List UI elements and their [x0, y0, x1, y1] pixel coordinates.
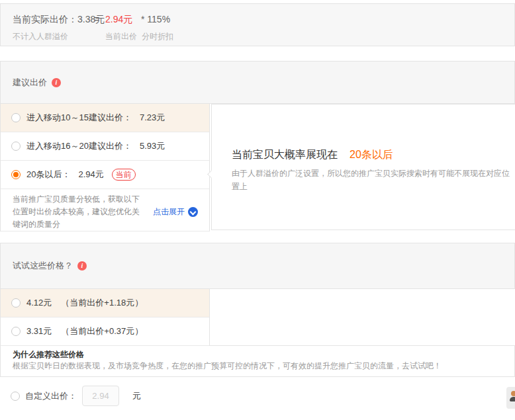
note-time-discount: 分时折扣	[142, 31, 173, 42]
display-position-title: 当前宝贝大概率展现在20条以后	[232, 148, 515, 162]
current-bid-bar: 当前实际出价：3.38元 = 2.94元 * 115% 不计入人群溢价 当前出价…	[0, 3, 515, 46]
equals-sign: =	[94, 14, 99, 24]
option-label: 进入移动10～15建议出价：	[26, 112, 132, 124]
custom-bid-label: 自定义出价：	[25, 390, 77, 402]
why-recommend-block: 为什么推荐这些价格 根据宝贝昨日的数据表现，及市场竞争热度，在您的推广预算可控的…	[0, 346, 515, 377]
option-price: 3.31元	[26, 325, 52, 337]
try-prices-empty-panel	[209, 289, 515, 346]
expand-link-label: 点击展开	[153, 206, 185, 218]
multiplier-value: * 115%	[141, 14, 170, 24]
base-price-value: 2.94元	[105, 14, 132, 26]
custom-bid-unit: 元	[132, 390, 141, 402]
suggested-bid-section: 建议出价 i 进入移动10～15建议出价： 7.23元 进入移动16～20建议出…	[0, 61, 515, 231]
display-position-desc: 由于人群溢价的广泛设置，所以您的推广宝贝实际搜索时有可能不展现在对应位置上	[232, 167, 515, 193]
quality-score-note-row: 当前推广宝贝质量分较低，获取以下位置时出价成本较高，建议您优化关键词的质量分 点…	[1, 189, 209, 231]
option-hint: （当前出价+0.37元）	[61, 325, 143, 337]
try-prices-header: 试试这些价格？ i	[0, 243, 515, 289]
person-icon	[510, 391, 515, 401]
note-exclude-crowd-premium: 不计入人群溢价	[13, 31, 68, 42]
option-price: 2.94元	[78, 169, 103, 181]
try-prices-title: 试试这些价格？	[13, 260, 73, 272]
option-after-20[interactable]: 20条以后： 2.94元 当前	[1, 161, 209, 189]
suggested-bid-options: 进入移动10～15建议出价： 7.23元 进入移动16～20建议出价： 5.93…	[0, 104, 210, 231]
option-label: 20条以后：	[26, 169, 70, 181]
current-badge: 当前	[112, 169, 136, 181]
expand-link[interactable]: 点击展开	[153, 206, 198, 218]
note-current-bid: 当前出价	[105, 31, 137, 42]
custom-bid-input[interactable]	[82, 386, 119, 406]
suggested-bid-title: 建议出价	[13, 77, 47, 89]
option-hint: （当前出价+1.18元）	[61, 297, 143, 309]
suggested-bid-header: 建议出价 i	[0, 61, 515, 104]
option-price: 7.23元	[140, 112, 165, 124]
option-mobile-10-15[interactable]: 进入移动10～15建议出价： 7.23元	[1, 104, 209, 132]
radio-unselected-icon[interactable]	[11, 327, 21, 336]
actual-bid-label: 当前实际出价：3.38元	[13, 14, 105, 26]
radio-unselected-icon[interactable]	[11, 113, 21, 122]
chevron-down-icon[interactable]	[188, 207, 198, 217]
display-position-highlight: 20条以后	[350, 149, 393, 160]
why-recommend-title: 为什么推荐这些价格	[13, 349, 502, 360]
option-price-412[interactable]: 4.12元 （当前出价+1.18元）	[1, 289, 209, 317]
why-recommend-desc: 根据宝贝昨日的数据表现，及市场竞争热度，在您的推广预算可控的情况下，可有效的提升…	[13, 360, 502, 372]
info-icon[interactable]: i	[52, 78, 61, 87]
floating-service-button[interactable]	[506, 387, 515, 409]
radio-unselected-icon[interactable]	[11, 298, 21, 308]
option-price: 4.12元	[26, 297, 52, 309]
radio-unselected-icon[interactable]	[11, 142, 21, 151]
option-price: 5.93元	[140, 140, 165, 152]
display-position-panel: 当前宝贝大概率展现在20条以后 由于人群溢价的广泛设置，所以您的推广宝贝实际搜索…	[211, 104, 515, 230]
display-position-prefix: 当前宝贝大概率展现在	[232, 149, 338, 160]
try-prices-section: 试试这些价格？ i 4.12元 （当前出价+1.18元） 3.31元 （当前出价…	[0, 243, 515, 377]
quality-score-note: 当前推广宝贝质量分较低，获取以下位置时出价成本较高，建议您优化关键词的质量分	[13, 193, 145, 231]
custom-bid-row: 自定义出价： 元	[0, 386, 141, 406]
info-icon[interactable]: i	[77, 261, 87, 271]
radio-unselected-icon[interactable]	[11, 392, 20, 401]
option-label: 进入移动16～20建议出价：	[26, 140, 132, 152]
option-price-331[interactable]: 3.31元 （当前出价+0.37元）	[1, 317, 209, 346]
option-mobile-16-20[interactable]: 进入移动16～20建议出价： 5.93元	[1, 132, 209, 161]
radio-selected-icon[interactable]	[11, 170, 21, 179]
try-prices-options: 4.12元 （当前出价+1.18元） 3.31元 （当前出价+0.37元）	[0, 289, 210, 346]
